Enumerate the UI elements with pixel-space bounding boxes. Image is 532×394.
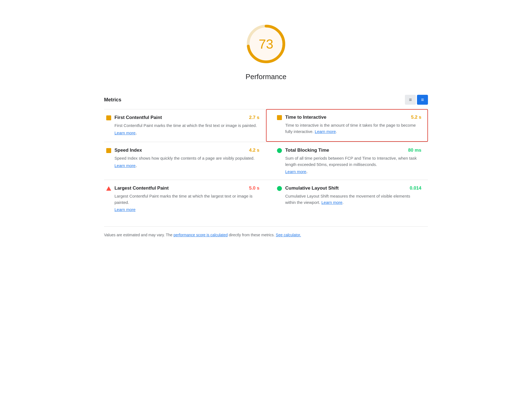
score-label: Performance [246, 73, 287, 81]
metric-cls-name: Cumulative Layout Shift [285, 185, 339, 191]
view-controls: ≡ ≡ [405, 95, 428, 105]
score-value: 73 [259, 37, 273, 52]
metric-tbt-learn-more[interactable]: Learn more [285, 169, 306, 174]
metric-si: Speed Index 4.2 s Speed Index shows how … [104, 142, 266, 180]
metric-tti: Time to Interactive 5.2 s Time to intera… [266, 109, 428, 142]
footer-note: Values are estimated and may vary. The p… [104, 226, 428, 238]
metric-tbt-header: Total Blocking Time 80 ms [277, 148, 421, 153]
metric-si-value: 4.2 s [249, 148, 259, 153]
metric-tbt-value: 80 ms [408, 148, 421, 153]
metric-cls-value: 0.014 [410, 185, 421, 191]
footer-perf-score-link[interactable]: performance score is calculated [173, 233, 228, 237]
list-icon: ≡ [409, 97, 412, 103]
metric-tti-value: 5.2 s [411, 115, 421, 120]
metric-tbt: Total Blocking Time 80 ms Sum of all tim… [266, 142, 428, 180]
metric-cls-header: Cumulative Layout Shift 0.014 [277, 185, 421, 191]
metric-tbt-title-group: Total Blocking Time [277, 148, 329, 153]
cls-icon [277, 186, 282, 191]
fcp-icon [106, 115, 111, 120]
metric-fcp-desc: First Contentful Paint marks the time at… [114, 123, 259, 129]
metric-lcp: Largest Contentful Paint 5.0 s Largest C… [104, 180, 266, 218]
metric-si-name: Speed Index [114, 148, 142, 153]
detail-view-button[interactable]: ≡ [417, 95, 428, 105]
metrics-grid: First Contentful Paint 2.7 s First Conte… [104, 109, 428, 218]
metric-si-learn-more[interactable]: Learn more [114, 163, 136, 168]
metric-lcp-header: Largest Contentful Paint 5.0 s [106, 185, 259, 191]
metric-tti-learn-more[interactable]: Learn more [315, 129, 336, 134]
metrics-section: Metrics ≡ ≡ First Contentful Paint 2.7 s… [104, 95, 428, 218]
metric-cls: Cumulative Layout Shift 0.014 Cumulative… [266, 180, 428, 218]
metric-cls-desc: Cumulative Layout Shift measures the mov… [285, 193, 421, 206]
metrics-title: Metrics [104, 97, 121, 103]
lcp-icon [106, 186, 111, 191]
metric-lcp-learn-more[interactable]: Learn more [114, 207, 136, 212]
si-icon [106, 148, 111, 153]
metric-tbt-name: Total Blocking Time [285, 148, 329, 153]
metric-lcp-name: Largest Contentful Paint [114, 185, 169, 191]
metric-cls-learn-more[interactable]: Learn more [321, 200, 343, 205]
metric-lcp-title-group: Largest Contentful Paint [106, 185, 169, 191]
list-view-button[interactable]: ≡ [405, 95, 416, 105]
metric-si-header: Speed Index 4.2 s [106, 148, 259, 153]
metric-tti-name: Time to Interactive [285, 115, 326, 120]
metric-tti-header: Time to Interactive 5.2 s [277, 115, 421, 120]
metric-fcp-name: First Contentful Paint [114, 115, 162, 120]
metric-tti-desc: Time to interactive is the amount of tim… [285, 122, 421, 135]
detail-icon: ≡ [421, 97, 424, 103]
tti-icon [277, 115, 282, 120]
metric-fcp: First Contentful Paint 2.7 s First Conte… [104, 109, 266, 142]
tbt-icon [277, 148, 282, 153]
footer-text-before: Values are estimated and may vary. The [104, 233, 173, 237]
metric-cls-title-group: Cumulative Layout Shift [277, 185, 339, 191]
metric-tti-title-group: Time to Interactive [277, 115, 326, 120]
score-section: 73 Performance [104, 11, 428, 89]
metrics-header: Metrics ≡ ≡ [104, 95, 428, 105]
metric-fcp-title-group: First Contentful Paint [106, 115, 162, 120]
metric-fcp-learn-more[interactable]: Learn more [114, 131, 136, 135]
metric-tbt-desc: Sum of all time periods between FCP and … [285, 155, 421, 168]
metric-fcp-value: 2.7 s [249, 115, 259, 120]
metric-lcp-desc: Largest Contentful Paint marks the time … [114, 193, 259, 206]
footer-calculator-link[interactable]: See calculator. [276, 233, 301, 237]
metric-si-desc: Speed Index shows how quickly the conten… [114, 155, 259, 162]
metric-lcp-value: 5.0 s [249, 185, 259, 191]
metric-si-title-group: Speed Index [106, 148, 142, 153]
footer-text-middle: directly from these metrics. [228, 233, 276, 237]
metric-fcp-header: First Contentful Paint 2.7 s [106, 115, 259, 120]
score-gauge: 73 [244, 22, 288, 66]
